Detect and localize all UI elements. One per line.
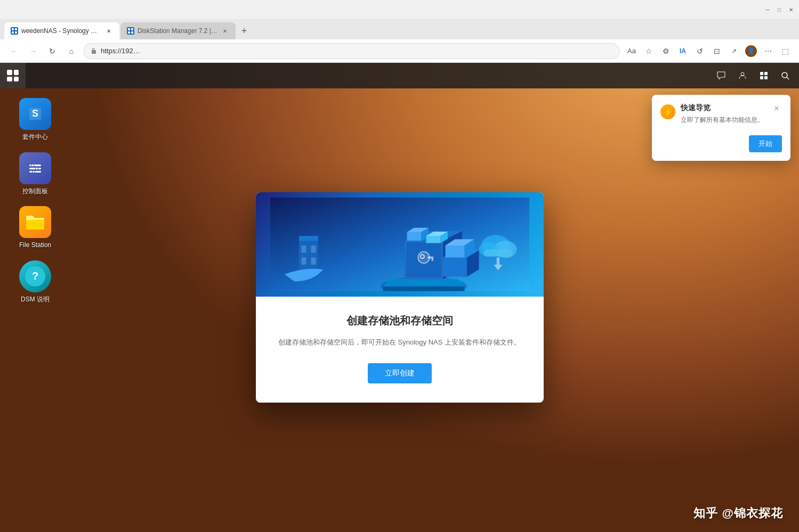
svg-point-8 — [741, 72, 744, 76]
tour-title: 快速导览 — [681, 103, 766, 113]
svg-rect-6 — [128, 31, 130, 34]
window-controls: ─ □ ✕ — [764, 6, 795, 13]
tour-icon: ⚡ — [660, 104, 675, 119]
tour-close-button[interactable]: × — [771, 103, 782, 114]
svg-rect-35 — [311, 257, 316, 264]
svg-rect-28 — [431, 258, 433, 260]
maximize-button[interactable]: □ — [776, 6, 783, 13]
new-tab-button[interactable]: + — [237, 23, 252, 38]
svg-rect-27 — [427, 256, 433, 258]
svg-rect-9 — [760, 72, 763, 75]
tab-2-favicon — [127, 27, 134, 35]
reader-mode-button[interactable]: Aa — [624, 44, 639, 59]
tab-2-title: DiskStation Manager 7.2 | 群晖… — [138, 27, 217, 36]
ia-button[interactable]: IA — [675, 44, 690, 59]
tab-1[interactable]: weedenNAS - Synology NAS ✕ — [4, 22, 119, 39]
widgets-button[interactable] — [754, 66, 773, 85]
svg-rect-33 — [311, 245, 316, 252]
tab-1-favicon — [11, 27, 18, 35]
address-bar-row: ← → ↻ ⌂ https://192… Aa ☆ ⚙ IA ↺ ⊡ ↗ 👤 ⋯… — [0, 39, 799, 63]
favorites-button[interactable]: ☆ — [641, 44, 656, 59]
svg-line-14 — [787, 77, 789, 79]
svg-rect-39 — [483, 249, 512, 256]
svg-rect-4 — [128, 28, 130, 30]
lock-icon — [90, 47, 98, 55]
svg-rect-0 — [12, 28, 14, 30]
sync-button[interactable]: ↺ — [692, 44, 707, 59]
svg-rect-2 — [12, 31, 14, 34]
svg-rect-11 — [760, 76, 763, 79]
modal-title: 创建存储池和存储空间 — [277, 314, 522, 328]
dsm-taskbar — [0, 63, 799, 88]
quick-tour-header: ⚡ 快速导览 立即了解所有基本功能信息。 × — [660, 103, 782, 125]
modal-body: 创建存储池和存储空间 创建存储池和存储空间后，即可开始在 Synology NA… — [256, 297, 544, 403]
grid-icon — [7, 70, 19, 81]
tab-1-close[interactable]: ✕ — [104, 27, 113, 35]
tour-description: 立即了解所有基本功能信息。 — [681, 115, 766, 125]
extensions-button[interactable]: ⚙ — [658, 44, 673, 59]
address-bar[interactable]: https://192… — [83, 43, 620, 59]
browser-actions: Aa ☆ ⚙ IA ↺ ⊡ ↗ 👤 ⋯ ⬚ — [624, 44, 793, 59]
illustration-svg — [270, 198, 529, 291]
close-button[interactable]: ✕ — [787, 6, 795, 13]
svg-rect-34 — [301, 257, 306, 264]
svg-rect-7 — [131, 31, 133, 34]
taskbar-right — [712, 66, 799, 85]
svg-rect-1 — [15, 28, 17, 30]
svg-point-13 — [782, 72, 787, 78]
tabs-bar: weedenNAS - Synology NAS ✕ DiskStation M… — [0, 19, 799, 39]
search-button[interactable] — [776, 66, 795, 85]
back-button[interactable]: ← — [6, 44, 21, 59]
title-bar: ─ □ ✕ — [0, 0, 799, 19]
chat-button[interactable] — [712, 66, 731, 85]
browser-window: ─ □ ✕ weedenNAS - Synology NAS ✕ DiskSta… — [0, 0, 799, 532]
modal-illustration — [256, 192, 544, 297]
svg-rect-32 — [301, 245, 306, 252]
dsm-desktop: S 套件中心 控制面板 — [0, 63, 799, 532]
svg-rect-10 — [764, 72, 768, 75]
tab-2[interactable]: DiskStation Manager 7.2 | 群晖… ✕ — [120, 22, 236, 39]
main-menu-button[interactable] — [0, 63, 26, 88]
svg-rect-31 — [299, 236, 318, 241]
tab-2-close[interactable]: ✕ — [221, 27, 229, 35]
address-text: https://192… — [101, 47, 613, 55]
minimize-button[interactable]: ─ — [764, 6, 771, 13]
svg-rect-3 — [15, 31, 17, 34]
tab-1-title: weedenNAS - Synology NAS — [21, 27, 101, 35]
svg-rect-5 — [131, 28, 133, 30]
profile-button[interactable]: 👤 — [744, 44, 758, 59]
quick-tour-popup: ⚡ 快速导览 立即了解所有基本功能信息。 × 开始 — [652, 95, 790, 161]
more-button[interactable]: ⋯ — [761, 44, 776, 59]
forward-button[interactable]: → — [26, 44, 41, 59]
sidebar-button[interactable]: ⬚ — [778, 44, 793, 59]
create-now-button[interactable]: 立即创建 — [368, 363, 432, 383]
storage-modal: 创建存储池和存储空间 创建存储池和存储空间后，即可开始在 Synology NA… — [256, 192, 544, 403]
split-view-button[interactable]: ⊡ — [709, 44, 724, 59]
quick-tour-content: 快速导览 立即了解所有基本功能信息。 — [681, 103, 766, 125]
share-button[interactable]: ↗ — [727, 44, 741, 59]
tour-start-button[interactable]: 开始 — [749, 135, 782, 152]
home-button[interactable]: ⌂ — [64, 44, 79, 59]
modal-description: 创建存储池和存储空间后，即可开始在 Synology NAS 上安装套件和存储文… — [277, 337, 522, 348]
reload-button[interactable]: ↻ — [45, 44, 60, 59]
svg-rect-12 — [764, 76, 768, 79]
user-account-button[interactable] — [733, 66, 752, 85]
